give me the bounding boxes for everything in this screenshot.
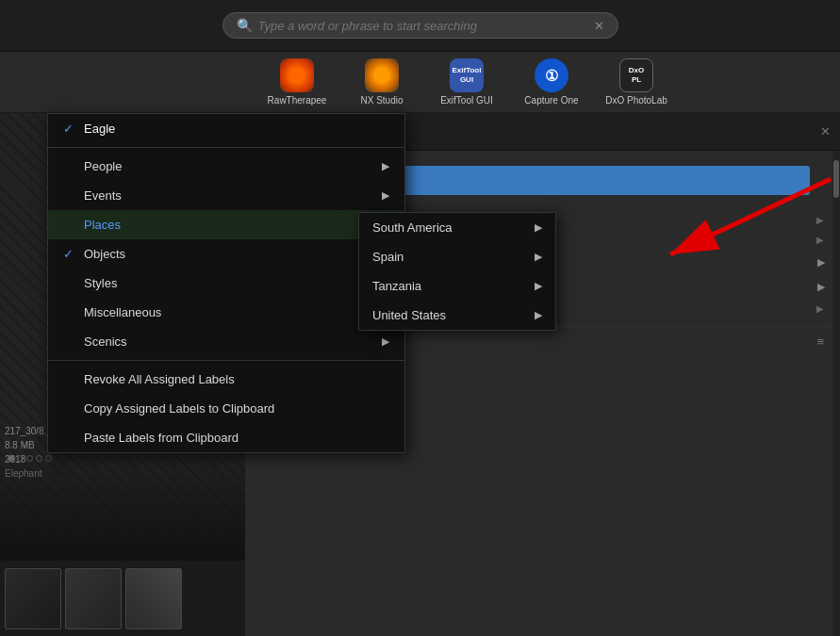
app-captureone-label: Capture One xyxy=(524,95,578,106)
captureone-icon: ① xyxy=(535,58,568,92)
app-rawtherapee-label: RawTherapee xyxy=(268,95,327,106)
submenu-south-america[interactable]: South America ▶ xyxy=(359,213,555,242)
south-america-arrow-icon: ▶ xyxy=(535,221,542,234)
menu-paste-label: Paste Labels from Clipboard xyxy=(84,431,239,445)
top-search-clear-button[interactable]: ✕ xyxy=(594,19,604,33)
scenics-arrow-icon: ▶ xyxy=(382,335,389,348)
scrollbar[interactable] xyxy=(832,151,840,636)
thumbnail-3[interactable] xyxy=(125,568,182,629)
objects-check-icon: ✓ xyxy=(63,247,78,261)
submenu-spain-label: Spain xyxy=(372,250,404,264)
places-submenu: South America ▶ Spain ▶ Tanzania ▶ Unite… xyxy=(358,212,556,331)
dot-3 xyxy=(26,455,33,462)
ai-menu-icon[interactable]: ≡ xyxy=(816,334,825,349)
app-captureone[interactable]: ① Capture One xyxy=(519,58,585,106)
dot-5 xyxy=(45,455,52,462)
submenu-united-states-label: United States xyxy=(372,308,446,322)
context-menu: ✓ Eagle People ▶ Events ▶ Places ▶ ✓ Obj… xyxy=(47,113,405,453)
submenu-south-america-label: South America xyxy=(372,220,453,235)
menu-item-paste[interactable]: Paste Labels from Clipboard xyxy=(48,423,404,452)
app-nxstudio[interactable]: NX Studio xyxy=(349,58,415,106)
menu-item-miscellaneous[interactable]: Miscellaneous ▶ xyxy=(48,298,404,327)
menu-item-objects[interactable]: ✓ Objects ▶ xyxy=(48,239,404,269)
subject-label: Elephant xyxy=(5,466,62,481)
dxo-icon: DxOPL xyxy=(619,58,653,92)
suggested-arrow[interactable]: ▶ xyxy=(816,303,825,314)
people-arrow-icon: ▶ xyxy=(382,160,389,172)
thumbnail-strip xyxy=(0,561,245,636)
rawtherapee-icon xyxy=(280,58,314,92)
menu-people-label: People xyxy=(84,159,122,173)
submenu-united-states[interactable]: United States ▶ xyxy=(359,301,555,330)
menu-places-label: Places xyxy=(84,218,121,232)
tanzania-arrow-icon: ▶ xyxy=(535,280,542,292)
menu-revoke-label: Revoke All Assigned Labels xyxy=(84,372,235,386)
label-search-clear-button[interactable]: ✕ xyxy=(820,124,831,139)
app-nxstudio-label: NX Studio xyxy=(360,95,403,106)
fav-south-america-arrow: ▶ xyxy=(817,256,825,269)
dot-4 xyxy=(36,455,42,462)
app-exiftool[interactable]: ExifToolGUI ExifTool GUI xyxy=(434,58,500,106)
dot-2 xyxy=(17,455,24,462)
menu-events-label: Events xyxy=(84,188,122,203)
menu-item-revoke[interactable]: Revoke All Assigned Labels xyxy=(48,365,404,394)
menu-eagle-label: Eagle xyxy=(84,122,115,136)
scroll-thumb[interactable] xyxy=(833,160,839,198)
united-states-arrow-icon: ▶ xyxy=(535,309,542,321)
menu-divider-1 xyxy=(48,147,404,148)
menu-copy-label: Copy Assigned Labels to Clipboard xyxy=(84,401,274,416)
app-exiftool-label: ExifTool GUI xyxy=(440,95,493,106)
recently-used-arrow[interactable]: ▶ xyxy=(816,215,825,225)
menu-styles-label: Styles xyxy=(84,276,117,290)
app-toolbar: RawTherapee NX Studio ExifToolGUI ExifTo… xyxy=(0,52,840,113)
menu-scenics-label: Scenics xyxy=(84,334,127,349)
thumbnail-2[interactable] xyxy=(65,568,122,629)
app-dxo-label: DxO PhotoLab xyxy=(605,95,667,106)
submenu-spain[interactable]: Spain ▶ xyxy=(359,242,555,271)
menu-item-people[interactable]: People ▶ xyxy=(48,152,404,181)
menu-divider-2 xyxy=(48,360,404,361)
dot-row xyxy=(8,455,52,462)
events-arrow-icon: ▶ xyxy=(382,189,389,202)
eagle-check-icon: ✓ xyxy=(63,122,78,136)
fav-spain-arrow: ▶ xyxy=(817,281,825,293)
menu-item-events[interactable]: Events ▶ xyxy=(48,181,404,210)
submenu-tanzania[interactable]: Tanzania ▶ xyxy=(359,271,555,301)
main-content: 217_30/8.jp... 8.8 MB 2018 Elephant xyxy=(0,113,840,636)
top-search-icon: 🔍 xyxy=(237,18,253,33)
menu-item-eagle[interactable]: ✓ Eagle xyxy=(48,114,404,143)
thumbnail-1[interactable] xyxy=(5,568,61,629)
top-search-container: 🔍 ✕ xyxy=(222,12,618,39)
nxstudio-icon xyxy=(365,58,399,92)
submenu-tanzania-label: Tanzania xyxy=(372,279,421,293)
menu-item-places[interactable]: Places ▶ xyxy=(48,210,404,239)
menu-item-styles[interactable]: Styles ▶ xyxy=(48,269,404,298)
menu-item-scenics[interactable]: Scenics ▶ xyxy=(48,327,404,356)
top-bar: 🔍 ✕ xyxy=(0,0,840,52)
top-search-input[interactable] xyxy=(258,19,594,33)
favorites-arrow[interactable]: ▶ xyxy=(816,235,825,245)
menu-objects-label: Objects xyxy=(84,247,125,261)
spain-arrow-icon: ▶ xyxy=(535,251,542,263)
app-rawtherapee[interactable]: RawTherapee xyxy=(264,58,330,106)
app-dxo[interactable]: DxOPL DxO PhotoLab xyxy=(603,58,669,106)
exiftool-icon: ExifToolGUI xyxy=(450,58,484,92)
menu-item-copy[interactable]: Copy Assigned Labels to Clipboard xyxy=(48,394,404,423)
menu-misc-label: Miscellaneous xyxy=(84,305,161,319)
dot-1 xyxy=(8,455,14,462)
